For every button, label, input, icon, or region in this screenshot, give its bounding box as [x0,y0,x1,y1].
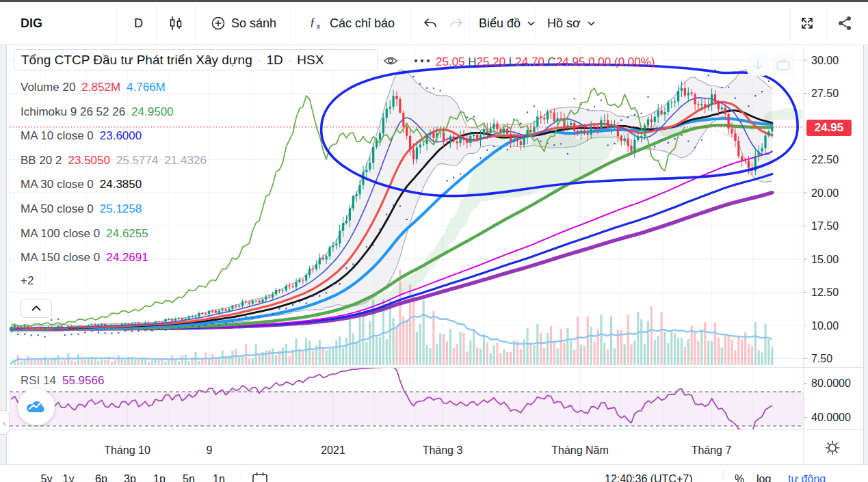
screenshot-button[interactable] [772,54,794,76]
plus-circle-icon [211,16,226,31]
price-axis-label[interactable]: 27.50 [811,88,839,99]
fullscreen-icon [799,15,815,31]
percent-scale-button[interactable]: % [735,473,744,482]
arrow-down-icon [752,59,764,71]
eye-icon [383,55,398,66]
range-button-1n[interactable]: 1n [213,473,225,482]
redo-button[interactable] [449,2,464,44]
range-button-6p[interactable]: 6p [95,473,107,482]
profile-menu-button[interactable]: Hồ sơ [547,2,595,44]
toolbar-separator [156,5,157,42]
chevron-down-icon [588,21,595,26]
indicator-row-more[interactable]: +2 [21,273,34,289]
fullscreen-button[interactable] [799,2,815,44]
toolbar-separator [116,5,117,42]
toolbar-separator [291,5,291,42]
indicator-row-bb[interactable]: BB 20 223.505025.577421.4326 [21,152,207,169]
window-top-strip [0,0,868,2]
price-axis-label[interactable]: 15.00 [811,254,839,265]
time-axis-label[interactable]: 2021 [321,444,345,456]
indicator-row-rsi[interactable]: RSI 1455.9566 [21,374,104,388]
ohlc-readout: 25.05 H25.20 L24.70 C24.95 0.00 (0.00%) [436,55,655,69]
chevron-up-icon [31,306,41,311]
three-dots-icon [413,58,431,64]
time-axis-label[interactable]: Tháng 3 [423,444,463,456]
axis-settings-button[interactable] [821,436,844,459]
rsi-band [10,392,804,426]
toolbar-separator [410,5,411,42]
range-button-5n[interactable]: 5n [183,473,195,482]
time-axis-label[interactable]: Tháng Năm [551,444,609,456]
toolbar-separator [535,5,536,42]
candlestick-icon [168,15,183,31]
legend-interval: 1D [266,53,282,68]
share-button[interactable] [837,2,854,44]
redo-icon [449,17,464,29]
compare-button[interactable]: So sánh [211,2,276,44]
indicator-row-ma10[interactable]: MA 10 close 023.6000 [21,128,142,144]
gear-icon [824,440,841,456]
time-axis-label[interactable]: Tháng 7 [692,444,732,456]
svg-text:ƒ: ƒ [310,16,315,27]
top-toolbar: DIG D So sánh ƒx Các chỉ báo Biểu đồ Hồ … [0,2,868,45]
range-button-1y[interactable]: 1y [63,473,75,482]
price-axis-label[interactable]: 20.00 [811,187,839,199]
toolbar-separator [826,5,827,42]
time-axis-label[interactable]: 9 [207,444,213,456]
bottombar-separator [241,469,241,480]
svg-text:x: x [317,23,320,30]
toolbar-separator [468,5,469,42]
interval-button[interactable]: D [134,2,143,44]
go-to-date-button[interactable] [252,472,268,482]
price-axis-label[interactable]: 30.00 [811,55,839,66]
indicator-row-ma150[interactable]: MA 150 close 024.2691 [21,250,148,266]
fx-icon: ƒx [308,15,324,31]
calendar-icon [252,472,268,482]
indicator-row-ichimoku[interactable]: Ichimoku 9 26 52 2624.9500 [21,104,174,120]
range-button-1p[interactable]: 1p [153,473,166,482]
price-axis-label[interactable]: 12.50 [811,286,839,298]
toolbar-separator [195,5,196,42]
chart-style-button[interactable] [168,2,183,44]
legend-title: Tổng CTCP Đầu tư Phát triển Xây dựng [21,53,252,68]
scroll-to-latest-button[interactable] [747,54,769,76]
bottombar-separator [723,469,724,480]
right-scroll-strip [863,45,868,482]
last-price-label: 24.95 [806,120,852,136]
indicator-row-ma30[interactable]: MA 30 close 024.3850 [21,176,142,193]
volume-bars-up [10,299,773,365]
indicator-row-ma50[interactable]: MA 50 close 025.1258 [21,201,142,217]
platform-watermark-logo [18,388,55,425]
price-axis-label[interactable]: 7.50 [811,353,832,364]
rsi-axis-label[interactable]: 80.0000 [811,377,851,389]
camera-icon [776,59,790,71]
price-axis-label[interactable]: 10.00 [811,320,839,332]
legend-exchange: HSX [297,53,324,68]
range-button-5y[interactable]: 5y [41,473,53,482]
undo-icon [423,17,438,29]
log-scale-button[interactable]: log [757,473,771,482]
indicator-row-ma100[interactable]: MA 100 close 024.6255 [21,226,148,242]
undo-button[interactable] [423,2,438,44]
legend-more-button[interactable] [410,55,434,67]
price-axis-label[interactable]: 17.50 [811,220,839,232]
range-button-3p[interactable]: 3p [124,473,136,482]
indicator-row-volume[interactable]: Volume 202.852M4.766M [21,79,166,96]
auto-scale-button[interactable]: tự động [788,473,826,482]
symbol-legend[interactable]: Tổng CTCP Đầu tư Phát triển Xây dựng · 1… [14,49,378,70]
time-axis-label[interactable]: Tháng 10 [104,444,150,456]
chevron-down-icon [527,21,535,26]
collapse-indicators-button[interactable] [21,299,52,318]
rsi-axis-label[interactable]: 40.0000 [811,412,851,423]
chart-menu-button[interactable]: Biểu đồ [479,2,535,44]
symbol-button[interactable]: DIG [21,2,42,44]
bottom-toolbar: 5y 1y 6p 3p 1p 5n 1n 12:40:36 (UTC+7) % … [0,464,868,482]
cloud-chart-logo-icon [25,399,47,415]
price-axis-label[interactable]: 22.50 [811,154,839,165]
eye-toggle-button[interactable] [382,53,399,69]
share-icon [837,15,854,31]
collapse-left-toolbar-button[interactable]: ‹ [0,410,10,435]
indicators-button[interactable]: ƒx Các chỉ báo [308,2,395,44]
toolbar-separator [790,5,791,42]
clock-readout[interactable]: 12:40:36 (UTC+7) [605,473,693,482]
